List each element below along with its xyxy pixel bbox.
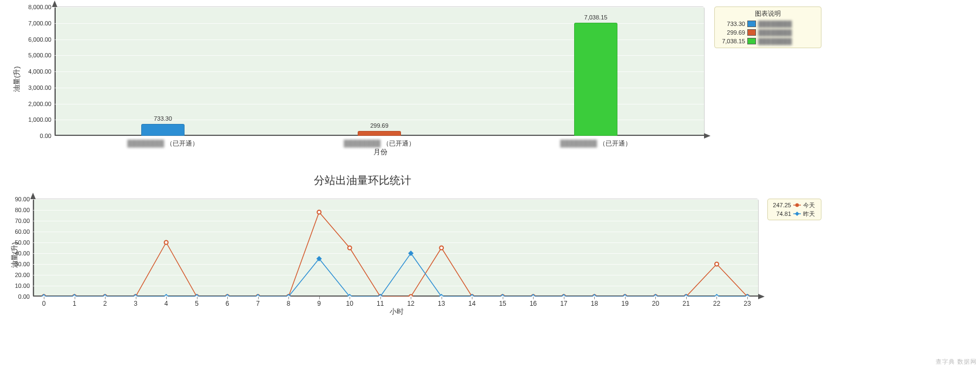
svg-point-1 <box>795 203 799 207</box>
line-x-tick: 12 <box>405 300 416 307</box>
marker-circle-icon[interactable] <box>715 262 719 266</box>
line-y-tick: 0.00 <box>18 293 30 300</box>
bar-x-axis-arrow-icon <box>704 133 711 139</box>
line-plot-area: 0.0010.0020.0030.0040.0050.0060.0070.008… <box>32 199 759 297</box>
bar-legend-item[interactable]: 733.30████████ <box>719 19 817 28</box>
line-x-tick: 8 <box>283 300 294 307</box>
bar-legend-item[interactable]: 7,038.15████████ <box>719 37 817 45</box>
marker-circle-icon[interactable] <box>165 241 168 245</box>
bar-y-tick: 0.00 <box>40 133 51 139</box>
line-y-tick: 40.00 <box>15 250 30 257</box>
marker-circle-icon[interactable] <box>317 211 321 214</box>
line-x-tick: 6 <box>222 300 233 307</box>
line-y-tick: 20.00 <box>15 272 30 278</box>
bar-2[interactable]: 7,038.15 <box>574 23 617 136</box>
line-x-tick: 19 <box>620 300 630 307</box>
bar-y-tick: 6,000.00 <box>28 36 51 43</box>
line-x-tick: 21 <box>681 300 692 307</box>
bar-value-label: 7,038.15 <box>574 14 617 21</box>
marker-star-icon[interactable] <box>714 294 719 297</box>
bar-value-label: 299.69 <box>358 122 401 129</box>
line-x-tick: 0 <box>38 300 49 307</box>
line-series-昨天[interactable] <box>44 253 747 297</box>
bar-y-tick: 3,000.00 <box>28 84 51 91</box>
line-x-tick: 11 <box>375 300 386 307</box>
line-x-tick: 22 <box>711 300 722 307</box>
line-x-tick: 15 <box>497 300 508 307</box>
line-x-tick: 5 <box>192 300 202 307</box>
bar-y-tick: 1,000.00 <box>28 116 51 123</box>
line-x-axis-arrow-icon <box>758 294 765 299</box>
line-x-tick: 3 <box>130 300 141 307</box>
bar-y-tick: 5,000.00 <box>28 52 51 58</box>
bar-x-category: ████████ （已开通） <box>120 139 206 148</box>
bar-chart: 油量(升) 0.001,000.002,000.003,000.004,000.… <box>0 0 828 157</box>
bar-legend-title: 图表说明 <box>719 9 817 18</box>
line-legend-item[interactable]: 247.25今天 <box>771 201 818 209</box>
line-x-tick: 2 <box>100 300 110 307</box>
line-legend: 247.25今天74.81昨天 <box>767 199 821 220</box>
bar-y-tick: 7,000.00 <box>28 20 51 27</box>
line-y-tick: 80.00 <box>15 207 30 213</box>
line-x-tick: 13 <box>436 300 447 307</box>
marker-circle-icon[interactable] <box>348 246 352 250</box>
bar-y-axis-arrow-icon <box>52 1 57 7</box>
line-x-tick: 14 <box>466 300 477 307</box>
bar-x-axis-label: 月份 <box>373 147 387 157</box>
line-chart-title: 分站出油量环比统计 <box>314 173 411 188</box>
line-x-axis-label: 小时 <box>390 307 404 317</box>
marker-circle-icon[interactable] <box>439 246 443 250</box>
line-x-tick: 4 <box>161 300 172 307</box>
line-x-tick: 1 <box>69 300 80 307</box>
bar-value-label: 733.30 <box>141 115 185 122</box>
bar-y-tick: 4,000.00 <box>28 68 51 75</box>
line-chart: 油量(升) 0.0010.0020.0030.0040.0050.0060.00… <box>0 192 828 322</box>
bar-plot-area: 0.001,000.002,000.003,000.004,000.005,00… <box>54 6 705 136</box>
marker-circle-icon[interactable] <box>409 295 413 297</box>
line-x-tick: 20 <box>650 300 661 307</box>
line-y-tick: 90.00 <box>15 196 30 202</box>
line-x-tick: 23 <box>742 300 753 307</box>
line-y-tick: 50.00 <box>15 239 30 246</box>
bar-legend: 图表说明 733.30████████299.69████████7,038.1… <box>714 6 821 48</box>
line-x-tick: 16 <box>528 300 538 307</box>
line-x-tick: 17 <box>558 300 569 307</box>
bar-y-axis-label: 油量(升) <box>12 66 22 92</box>
line-y-tick: 70.00 <box>15 218 30 224</box>
bar-x-category: ████████ （已开通） <box>553 139 639 148</box>
marker-star-icon[interactable] <box>164 294 168 297</box>
bar-1[interactable]: 299.69 <box>358 131 401 136</box>
watermark: 查字典 数据网 <box>936 358 977 366</box>
line-series-今天[interactable] <box>44 212 747 297</box>
line-x-tick: 7 <box>253 300 264 307</box>
bar-legend-item[interactable]: 299.69████████ <box>719 28 817 37</box>
bar-0[interactable]: 733.30 <box>141 124 185 136</box>
line-y-tick: 30.00 <box>15 261 30 267</box>
line-y-tick: 60.00 <box>15 228 30 235</box>
line-x-tick: 9 <box>314 300 325 307</box>
line-y-axis-arrow-icon <box>30 193 36 199</box>
line-legend-item[interactable]: 74.81昨天 <box>771 209 818 218</box>
line-x-tick: 18 <box>589 300 600 307</box>
line-svg <box>33 199 758 297</box>
line-y-tick: 10.00 <box>15 282 30 289</box>
line-x-tick: 10 <box>344 300 355 307</box>
bar-y-tick: 2,000.00 <box>28 101 51 107</box>
bar-y-tick: 8,000.00 <box>28 4 51 10</box>
